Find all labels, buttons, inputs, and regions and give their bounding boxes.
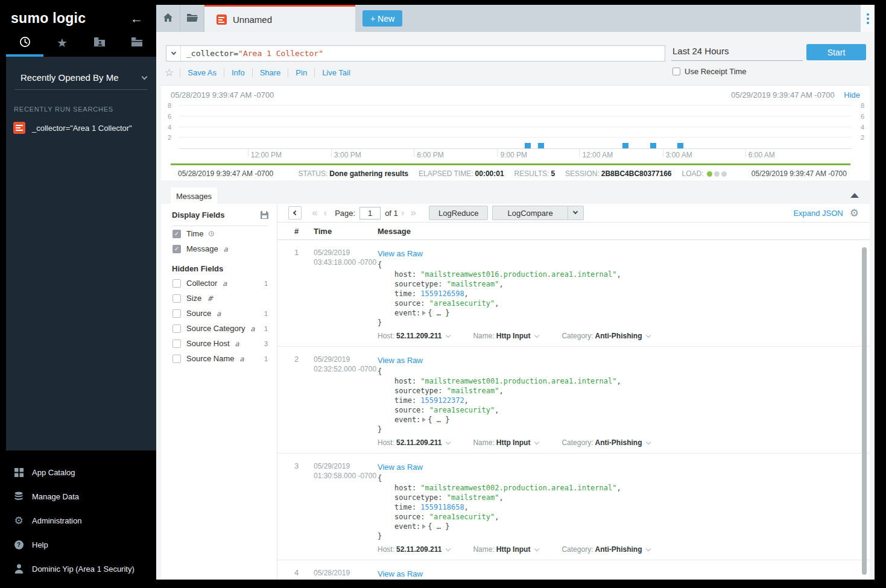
field-checkbox[interactable] <box>172 294 181 303</box>
string-type-icon: a <box>251 324 255 333</box>
search-query-input[interactable]: _collector="Area 1 Collector" <box>166 45 665 62</box>
sidebar-tab-recents[interactable] <box>6 31 43 57</box>
sidebar-menu-app-catalog[interactable]: App Catalog <box>0 460 156 484</box>
meta-category-dropdown[interactable]: Category:Anti-Phishing <box>562 438 650 447</box>
histogram-bar[interactable] <box>677 143 683 148</box>
field-label: Source <box>186 309 211 318</box>
meta-name-dropdown[interactable]: Name:Http Input <box>473 545 539 554</box>
row-timestamp: 05/29/201903:43:18.000 -0700 <box>314 248 378 340</box>
meta-host-dropdown[interactable]: Host:52.11.209.211 <box>378 438 450 447</box>
action-info[interactable]: Info <box>224 68 252 77</box>
field-size[interactable]: Size# <box>161 291 277 306</box>
meta-category-dropdown[interactable]: Category:Anti-Phishing <box>562 545 650 554</box>
histogram-bar[interactable] <box>622 143 628 148</box>
field-source-name[interactable]: Source Namea1 <box>161 351 277 366</box>
sidebar-tab-favorites[interactable]: ★ <box>43 31 81 57</box>
new-tab-button[interactable]: + New <box>362 10 402 27</box>
tab-messages[interactable]: Messages <box>171 188 217 204</box>
start-button[interactable]: Start <box>806 44 866 60</box>
field-checkbox[interactable] <box>172 324 181 333</box>
gridline <box>179 127 852 127</box>
meta-host-dropdown[interactable]: Host:52.11.209.211 <box>378 545 450 554</box>
view-as-raw-link[interactable]: View as Raw <box>378 249 423 258</box>
histogram-bar[interactable] <box>538 143 544 148</box>
page-number-input[interactable] <box>359 207 381 220</box>
field-time[interactable]: ✓Time <box>161 226 277 241</box>
tab-bar: Unnamed + New <box>156 5 875 32</box>
logcompare-dropdown-button[interactable] <box>568 206 584 220</box>
logcompare-button[interactable]: LogCompare <box>492 206 568 220</box>
hide-histogram-link[interactable]: Hide <box>844 90 860 100</box>
action-live-tail[interactable]: Live Tail <box>314 68 358 77</box>
favorite-star-icon[interactable]: ☆ <box>165 66 174 79</box>
settings-gear-icon[interactable]: ⚙ <box>850 208 859 218</box>
field-source-category[interactable]: Source Categorya1 <box>161 321 277 336</box>
view-as-raw-link[interactable]: View as Raw <box>378 463 423 472</box>
kebab-menu-icon[interactable] <box>861 5 875 32</box>
number-type-icon: # <box>207 294 213 303</box>
y-tick-label: 4 <box>168 124 171 131</box>
action-save-as[interactable]: Save As <box>180 68 224 77</box>
view-as-raw-link[interactable]: View as Raw <box>378 569 423 578</box>
histogram-bar[interactable] <box>650 143 656 148</box>
time-range-selector[interactable]: Last 24 Hours <box>671 44 803 61</box>
field-label: Source Host <box>186 339 230 348</box>
query-history-dropdown[interactable] <box>166 46 181 61</box>
next-page-button[interactable]: › <box>398 207 408 219</box>
collapse-panel-icon[interactable] <box>850 193 859 198</box>
field-checkbox[interactable] <box>172 309 181 318</box>
x-tick-label: 6:00 PM <box>414 151 444 159</box>
field-checkbox[interactable] <box>172 340 181 348</box>
meta-category-dropdown[interactable]: Category:Anti-Phishing <box>562 332 650 340</box>
sidebar-tab-library[interactable] <box>81 31 118 57</box>
action-share[interactable]: Share <box>252 68 288 77</box>
tab-unnamed[interactable]: Unnamed <box>204 5 355 32</box>
recently-opened-dropdown[interactable]: Recently Opened By Me <box>14 57 148 90</box>
field-collector[interactable]: Collectora1 <box>161 276 277 291</box>
last-page-button[interactable]: » <box>407 207 419 219</box>
sidebar-menu-help[interactable]: ?Help <box>0 533 156 557</box>
collapse-sidebar-arrow-icon[interactable]: ← <box>130 11 143 26</box>
field-checkbox[interactable] <box>172 279 181 288</box>
histogram-end-time: 05/29/2019 9:39:47 AM -0700 <box>731 90 834 100</box>
meta-host-dropdown[interactable]: Host:52.11.209.211 <box>378 332 450 340</box>
open-folder-button[interactable] <box>180 5 204 32</box>
expand-event-icon[interactable] <box>422 311 426 315</box>
histogram-chart[interactable]: 22446688 <box>179 101 852 148</box>
view-as-raw-link[interactable]: View as Raw <box>378 356 423 365</box>
meta-name-dropdown[interactable]: Name:Http Input <box>473 438 539 447</box>
field-checkbox[interactable] <box>172 355 181 363</box>
library-icon <box>93 37 106 49</box>
save-fields-icon[interactable] <box>261 211 268 219</box>
vertical-scrollbar[interactable] <box>862 247 867 575</box>
home-button[interactable] <box>156 5 180 32</box>
recent-search-item[interactable]: _collector="Area 1 Collector" <box>13 122 148 134</box>
sidebar-menu-dominic-yip-area-1-security[interactable]: Dominic Yip (Area 1 Security) <box>0 557 156 581</box>
expand-event-icon[interactable] <box>422 524 426 529</box>
logreduce-button[interactable]: LogReduce <box>429 206 489 220</box>
field-checkbox-checked[interactable]: ✓ <box>172 230 181 238</box>
action-pin[interactable]: Pin <box>288 68 314 77</box>
expand-json-link[interactable]: Expand JSON <box>793 209 843 218</box>
collapse-fields-button[interactable] <box>288 206 302 220</box>
field-source-host[interactable]: Source Hosta3 <box>161 336 277 351</box>
field-source[interactable]: Sourcea1 <box>161 306 277 321</box>
status-value: Done gathering results <box>329 169 408 178</box>
histogram-bar[interactable] <box>525 143 531 148</box>
receipt-time-checkbox[interactable] <box>672 68 680 75</box>
sidebar: sumo logic ← ★ <box>0 0 156 588</box>
sidebar-menu-manage-data[interactable]: Manage Data <box>0 484 156 508</box>
sidebar-tab-folders[interactable] <box>118 31 156 57</box>
field-count: 3 <box>264 340 270 347</box>
x-tick-label: 9:00 PM <box>497 151 527 159</box>
meta-name-dropdown[interactable]: Name:Http Input <box>473 332 539 340</box>
field-checkbox-checked[interactable]: ✓ <box>172 245 181 253</box>
sidebar-menu-administration[interactable]: ⚙Administration <box>0 508 156 533</box>
prev-page-button[interactable]: ‹ <box>320 207 330 219</box>
use-receipt-time-option[interactable]: Use Receipt Time <box>672 67 747 76</box>
first-page-button[interactable]: « <box>309 207 320 219</box>
field-message[interactable]: ✓Messagea <box>161 241 277 256</box>
menu-item-label: App Catalog <box>32 468 75 477</box>
expand-event-icon[interactable] <box>422 417 426 422</box>
page-label: Page: <box>335 209 355 218</box>
